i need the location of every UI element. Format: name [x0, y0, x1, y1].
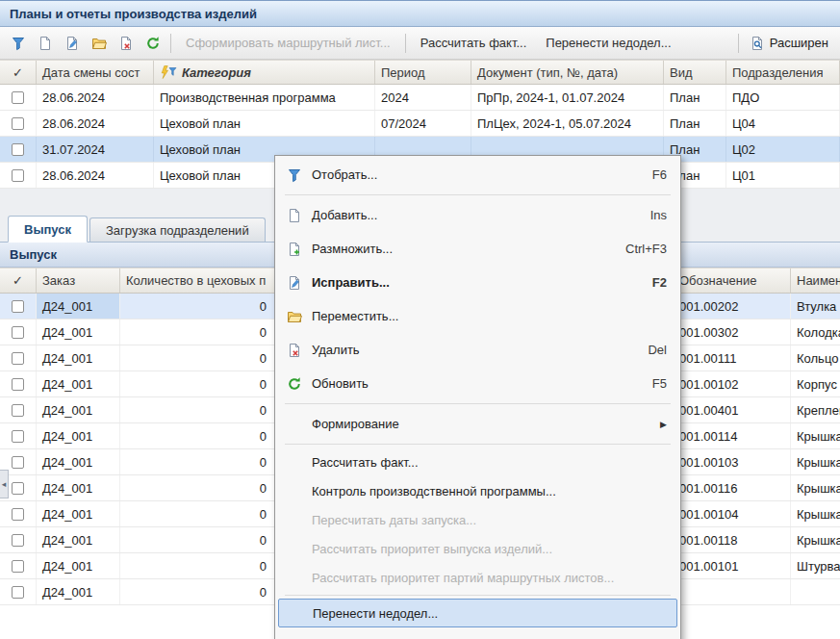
row-checkbox[interactable] [12, 482, 24, 495]
menu-separator [285, 595, 671, 596]
column-header-date[interactable]: Дата смены сост [37, 61, 154, 84]
cell-order: Д24_001 [37, 501, 120, 526]
row-checkbox[interactable] [12, 404, 24, 417]
row-checkbox[interactable] [12, 169, 24, 182]
add-document-icon [38, 36, 53, 51]
cell-designation: 001.00102 [674, 371, 791, 396]
plans-table-header: ✓ Дата смены сост Категория Период Докум… [0, 60, 840, 85]
column-header-period[interactable]: Период [375, 61, 471, 84]
menu-separator [285, 403, 671, 404]
cell-designation: 001.00202 [674, 294, 791, 319]
app-window: Планы и отчеты производства изделий Сфор… [0, 0, 840, 639]
menu-item-add[interactable]: Добавить...Ins [275, 198, 680, 232]
column-header-kind[interactable]: Вид [664, 61, 726, 84]
move-document-icon [285, 309, 304, 324]
splitter-collapse-button[interactable]: ◂ [0, 470, 9, 498]
row-checkbox[interactable] [12, 300, 24, 313]
column-header-department[interactable]: Подразделения [726, 61, 840, 84]
add-document-icon [285, 208, 304, 223]
cell-quantity: 0 [120, 423, 275, 448]
row-check-cell [0, 553, 37, 578]
calculate-fact-button[interactable]: Рассчитать факт... [411, 36, 537, 50]
tab-output[interactable]: Выпуск [8, 216, 88, 243]
cell-quantity: 0 [120, 553, 275, 578]
filter-button[interactable] [6, 31, 31, 56]
create-route-list-button: Сформировать маршрутный лист... [176, 36, 400, 50]
row-check-cell [0, 371, 37, 396]
delete-document-button[interactable] [114, 31, 139, 56]
tab-department-load[interactable]: Загрузка подразделений [89, 217, 266, 242]
row-check-cell [0, 423, 37, 448]
extended-button[interactable]: Расширен [744, 36, 834, 51]
column-header-check[interactable]: ✓ [0, 268, 37, 293]
cell-order: Д24_001 [37, 449, 120, 474]
row-check-cell [0, 137, 37, 162]
window-titlebar: Планы и отчеты производства изделий [0, 0, 840, 27]
move-document-icon [91, 36, 107, 51]
row-checkbox[interactable] [12, 326, 24, 339]
menu-item-transfer-shortfall[interactable]: Перенести недодел... [278, 599, 677, 627]
cell-category: Цеховой план [154, 111, 375, 136]
menu-item-delete[interactable]: УдалитьDel [275, 333, 680, 367]
menu-item-duplicate[interactable]: Размножить...Ctrl+F3 [275, 232, 680, 266]
row-checkbox[interactable] [12, 534, 24, 547]
plans-table-row[interactable]: 28.06.2024Цеховой план07/2024ПлЦех, 2024… [0, 111, 840, 137]
cell-name: Крышка [791, 423, 840, 448]
plans-table-row[interactable]: 28.06.2024Производственная программа2024… [0, 85, 840, 111]
menu-item-calc-fact[interactable]: Рассчитать факт... [275, 447, 680, 476]
cell-order: Д24_001 [37, 553, 120, 578]
cell-order: Д24_001 [37, 423, 120, 448]
cell-name: Штурвал [791, 553, 840, 578]
cell-order: Д24_001 [37, 345, 120, 371]
cell-designation: 001.00104 [674, 501, 791, 526]
column-header-quantity[interactable]: Количество в цеховых п [120, 268, 275, 293]
row-checkbox[interactable] [12, 430, 24, 443]
edit-document-button[interactable] [60, 31, 85, 56]
row-check-cell [0, 294, 37, 319]
add-document-button[interactable] [33, 31, 58, 56]
cell-quantity: 0 [120, 294, 275, 319]
column-header-designation[interactable]: Обозначение [674, 268, 791, 293]
column-header-name[interactable]: Наименование [791, 268, 840, 293]
toolbar: Сформировать маршрутный лист... Рассчита… [0, 27, 840, 60]
cell-designation: 001.00101 [674, 553, 791, 578]
column-header-category[interactable]: Категория [154, 61, 375, 84]
row-check-cell [0, 85, 37, 110]
menu-item-filter[interactable]: Отобрать...F6 [275, 158, 680, 192]
row-checkbox[interactable] [12, 117, 24, 130]
menu-item-edit[interactable]: Исправить...F2 [275, 266, 680, 299]
row-checkbox[interactable] [12, 586, 24, 599]
cell-quantity: 0 [120, 501, 275, 526]
row-checkbox[interactable] [12, 378, 24, 391]
row-check-cell [0, 345, 37, 371]
cell-name: Крышка [791, 501, 840, 526]
menu-item-refresh[interactable]: ОбновитьF5 [275, 367, 680, 400]
row-check-cell [0, 501, 37, 526]
column-header-check[interactable]: ✓ [0, 61, 37, 84]
row-checkbox[interactable] [12, 91, 24, 104]
move-document-button[interactable] [87, 31, 112, 56]
menu-item-formation[interactable]: Формирование▶ [275, 407, 680, 441]
menu-separator [285, 194, 671, 195]
row-checkbox[interactable] [12, 352, 24, 365]
section-title: Выпуск [10, 247, 57, 262]
transfer-shortfall-button[interactable]: Перенести недодел... [536, 36, 680, 50]
refresh-button[interactable] [140, 31, 165, 56]
toolbar-separator [170, 34, 171, 53]
row-checkbox[interactable] [12, 456, 24, 469]
delete-document-icon [118, 36, 134, 51]
row-checkbox[interactable] [12, 560, 24, 573]
column-header-document[interactable]: Документ (тип, №, дата) [471, 61, 664, 84]
menu-item-move[interactable]: Переместить... [275, 299, 680, 333]
row-check-cell [0, 527, 37, 552]
row-checkbox[interactable] [12, 508, 24, 521]
menu-item-recalc-launch-dates: Пересчитать даты запуска... [275, 505, 680, 534]
cell-quantity: 0 [120, 397, 275, 422]
chevron-left-icon: ◂ [2, 479, 7, 489]
refresh-icon [145, 36, 161, 51]
duplicate-document-icon [285, 242, 304, 257]
column-header-order[interactable]: Заказ [37, 268, 120, 293]
menu-item-control-production-program[interactable]: Контроль производственной программы... [275, 476, 680, 505]
row-checkbox[interactable] [12, 143, 24, 156]
cell-department: Ц01 [726, 163, 840, 188]
